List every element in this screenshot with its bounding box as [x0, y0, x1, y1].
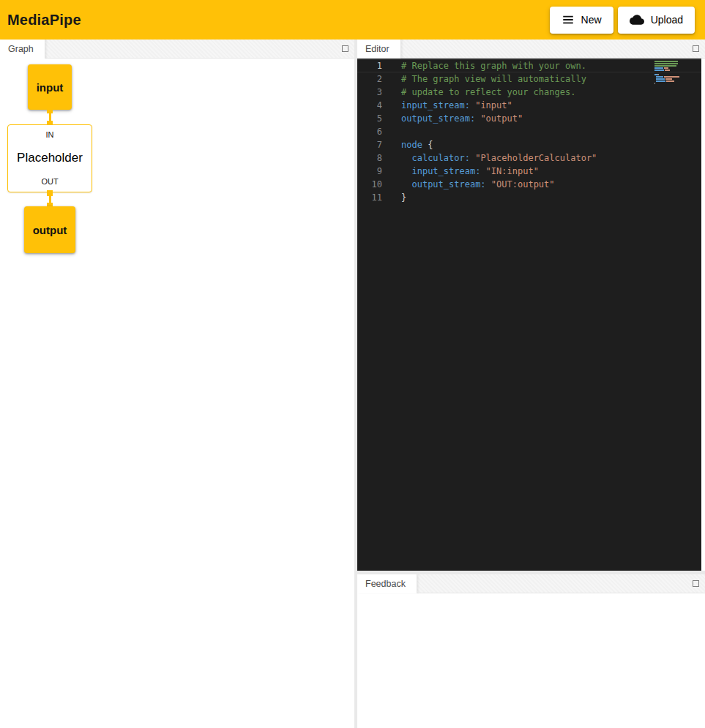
code-line[interactable]: 4input_stream: "input": [357, 99, 701, 112]
output-node-label: output: [33, 224, 67, 236]
code-line[interactable]: 10 output_stream: "OUT:output": [357, 178, 701, 191]
out-port-label: OUT: [41, 177, 58, 186]
edge-input-to-placeholder: [49, 111, 51, 123]
maximize-editor-icon[interactable]: [693, 45, 699, 52]
main-area: Graph input IN Placeholder OUT output: [0, 40, 705, 728]
code-lines: 1# Replace this graph with your own.2# T…: [357, 59, 701, 204]
code-line[interactable]: 2# The graph view will automatically: [357, 72, 701, 86]
editor-tabstrip: Editor: [357, 40, 705, 59]
code-line[interactable]: 5output_stream: "output": [357, 112, 701, 125]
code-line[interactable]: 7node {: [357, 138, 701, 151]
code-line[interactable]: 8 calculator: "PlaceholderCalculator": [357, 151, 701, 165]
graph-canvas[interactable]: input IN Placeholder OUT output: [0, 59, 354, 728]
app-title: MediaPipe: [7, 12, 81, 29]
tab-graph[interactable]: Graph: [0, 40, 45, 59]
upload-button-label: Upload: [651, 14, 683, 26]
graph-tab-label: Graph: [8, 44, 34, 54]
upload-cloud-icon: [630, 12, 644, 27]
right-column: Editor 1# Replace this graph with your o…: [357, 40, 705, 728]
graph-tabstrip: Graph: [0, 40, 354, 59]
graph-node-placeholder[interactable]: IN Placeholder OUT: [7, 124, 92, 192]
minimap[interactable]: [654, 61, 688, 85]
code-line[interactable]: 11}: [357, 191, 701, 204]
graph-node-output[interactable]: output: [24, 206, 75, 253]
new-button[interactable]: New: [550, 7, 613, 34]
maximize-graph-icon[interactable]: [342, 45, 348, 52]
feedback-tabstrip: Feedback: [357, 574, 705, 593]
code-line[interactable]: 1# Replace this graph with your own.: [357, 59, 701, 72]
upload-button[interactable]: Upload: [618, 7, 695, 34]
maximize-feedback-icon[interactable]: [693, 580, 699, 587]
code-line[interactable]: 3# update to reflect your changes.: [357, 86, 701, 99]
tab-editor[interactable]: Editor: [357, 40, 401, 59]
app-header: MediaPipe New Upload: [0, 0, 705, 40]
feedback-panel: Feedback: [357, 574, 705, 728]
new-button-label: New: [581, 14, 602, 26]
code-editor[interactable]: 1# Replace this graph with your own.2# T…: [357, 59, 701, 571]
tab-feedback[interactable]: Feedback: [357, 574, 417, 593]
code-line[interactable]: 9 input_stream: "IN:input": [357, 165, 701, 178]
graph-panel: Graph input IN Placeholder OUT output: [0, 40, 354, 728]
feedback-tab-label: Feedback: [365, 579, 406, 589]
in-port-label: IN: [46, 130, 54, 139]
graph-node-input[interactable]: input: [28, 64, 72, 110]
placeholder-node-label: Placeholder: [17, 151, 83, 165]
editor-panel: Editor 1# Replace this graph with your o…: [357, 40, 705, 571]
code-line[interactable]: 6: [357, 125, 701, 138]
editor-tab-label: Editor: [365, 44, 389, 54]
feedback-body: [357, 593, 705, 728]
edge-placeholder-to-output: [49, 194, 51, 205]
input-node-label: input: [37, 81, 64, 94]
menu-icon: [562, 13, 575, 26]
